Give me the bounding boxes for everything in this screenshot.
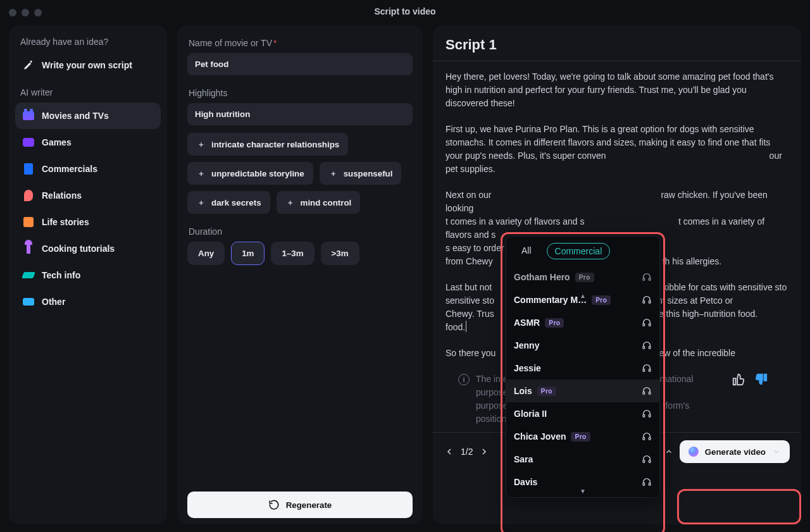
name-input[interactable]: [187, 53, 413, 75]
plus-icon: +: [196, 139, 206, 149]
tag-dark-secrets[interactable]: +dark secrets: [187, 191, 270, 214]
script-title: Script 1: [446, 37, 788, 53]
headphones-icon[interactable]: [642, 363, 652, 373]
voice-name: Sara: [514, 454, 533, 464]
ai-orb-icon: [688, 447, 699, 457]
sidebar-item-label: Cooking tutorials: [42, 244, 115, 254]
headphones-icon[interactable]: [642, 431, 652, 442]
pro-badge: Pro: [575, 273, 594, 282]
tag-unpredictable[interactable]: +unpredictable storyline: [187, 162, 313, 185]
pro-badge: Pro: [592, 295, 611, 305]
voice-row-chica[interactable]: Chica Joven Pro: [506, 425, 659, 448]
headphones-icon[interactable]: [642, 477, 652, 487]
pencil-icon: [22, 58, 35, 72]
headphones-icon[interactable]: [642, 340, 652, 350]
sidebar-item-life[interactable]: Life stories: [15, 209, 161, 235]
pro-badge: Pro: [545, 318, 564, 328]
voice-row-jenny[interactable]: Jenny: [506, 334, 659, 357]
sidebar-item-tech[interactable]: Tech info: [15, 262, 161, 288]
sidebar: Already have an idea? Write your own scr…: [9, 25, 167, 524]
svg-rect-5: [643, 323, 645, 326]
voice-row-lois[interactable]: Lois Pro: [506, 380, 659, 402]
life-icon: [22, 215, 35, 229]
next-script-button[interactable]: [479, 447, 489, 457]
sidebar-item-label: Other: [42, 297, 65, 307]
plus-icon: +: [196, 197, 206, 207]
voice-name: ASMR: [514, 318, 540, 328]
tech-icon: [22, 268, 35, 282]
commercials-icon: [22, 162, 35, 176]
traffic-min[interactable]: [22, 9, 29, 16]
script-p1: Hey there, pet lovers! Today, we're goin…: [446, 70, 788, 110]
generate-video-label: Generate video: [705, 447, 766, 457]
duration-any[interactable]: Any: [187, 242, 225, 265]
traffic-close[interactable]: [9, 9, 16, 16]
plus-icon: +: [285, 197, 296, 207]
headphones-icon[interactable]: [642, 409, 652, 419]
sidebar-item-other[interactable]: Other: [15, 288, 161, 315]
voice-filter-commercial[interactable]: Commercial: [547, 243, 611, 259]
duration-1-3m[interactable]: 1–3m: [271, 242, 314, 265]
headphones-icon[interactable]: [642, 454, 652, 464]
highlights-input[interactable]: [187, 103, 413, 125]
svg-rect-1: [643, 278, 645, 280]
sidebar-item-games[interactable]: Games: [15, 129, 161, 156]
headphones-icon[interactable]: [642, 318, 652, 328]
svg-rect-7: [643, 346, 645, 349]
tag-label: dark secrets: [211, 198, 261, 207]
chevron-up-icon: [664, 447, 673, 456]
sidebar-item-movies[interactable]: Movies and TVs: [15, 102, 161, 129]
movies-icon: [22, 109, 35, 123]
prev-script-button[interactable]: [444, 447, 454, 457]
sidebar-item-label: Relations: [42, 190, 82, 201]
duration-3m[interactable]: >3m: [321, 242, 359, 265]
script-p2: First up, we have Purina Pro Plan. This …: [446, 123, 788, 176]
thumbs-down-button[interactable]: [754, 373, 768, 390]
sidebar-item-label: Games: [42, 137, 72, 147]
duration-label: Duration: [189, 226, 413, 237]
generate-video-button[interactable]: Generate video: [680, 440, 790, 463]
voice-filter-all[interactable]: All: [514, 243, 539, 259]
name-label: Name of movie or TV*: [189, 38, 413, 48]
voice-row-sara[interactable]: Sara: [506, 448, 659, 471]
svg-rect-8: [649, 346, 651, 349]
sidebar-item-relations[interactable]: Relations: [15, 182, 161, 209]
svg-rect-12: [649, 392, 651, 394]
sidebar-item-commercials[interactable]: Commercials: [15, 156, 161, 182]
regenerate-button[interactable]: Regenerate: [187, 492, 413, 518]
voice-name: Jenny: [514, 340, 539, 350]
voice-row-commentary[interactable]: Commentary M… Pro: [506, 288, 659, 311]
tag-intricate[interactable]: +intricate character relationships: [187, 133, 348, 156]
voice-name: Davis: [514, 477, 537, 487]
plus-icon: +: [328, 168, 339, 178]
voice-row-jessie[interactable]: Jessie: [506, 357, 659, 380]
window-title: Script to video: [374, 6, 435, 16]
traffic-max[interactable]: [34, 9, 42, 16]
sidebar-item-label: Tech info: [42, 270, 80, 280]
voice-name: Commentary M…: [514, 295, 587, 305]
sidebar-item-cooking[interactable]: Cooking tutorials: [15, 235, 161, 262]
relations-icon: [22, 189, 35, 202]
regenerate-label: Regenerate: [286, 500, 332, 510]
voice-row-gotham[interactable]: Gotham Hero Pro: [506, 266, 659, 288]
duration-1m[interactable]: 1m: [231, 242, 265, 265]
svg-rect-9: [643, 369, 645, 371]
write-own-script-label: Write your own script: [42, 60, 132, 70]
headphones-icon[interactable]: [642, 386, 652, 396]
svg-rect-11: [643, 392, 645, 394]
tag-suspenseful[interactable]: +suspenseful: [320, 162, 402, 185]
scroll-down-arrow-icon[interactable]: ▼: [580, 488, 586, 495]
pro-badge: Pro: [571, 432, 590, 442]
write-own-script[interactable]: Write your own script: [15, 52, 161, 78]
idea-section-label: Already have an idea?: [15, 32, 161, 52]
voice-row-gloria[interactable]: Gloria II: [506, 402, 659, 425]
voice-list[interactable]: ▲ Gotham Hero Pro Commentary M… Pro ASMR…: [506, 266, 659, 497]
headphones-icon[interactable]: [642, 272, 652, 282]
tag-mind-control[interactable]: +mind control: [277, 191, 361, 214]
thumbs-up-button[interactable]: [732, 373, 745, 390]
voice-row-asmr[interactable]: ASMR Pro: [506, 311, 659, 334]
headphones-icon[interactable]: [642, 295, 652, 305]
highlights-label: Highlights: [189, 88, 413, 98]
sidebar-item-label: Life stories: [42, 217, 89, 227]
svg-rect-13: [643, 414, 645, 417]
